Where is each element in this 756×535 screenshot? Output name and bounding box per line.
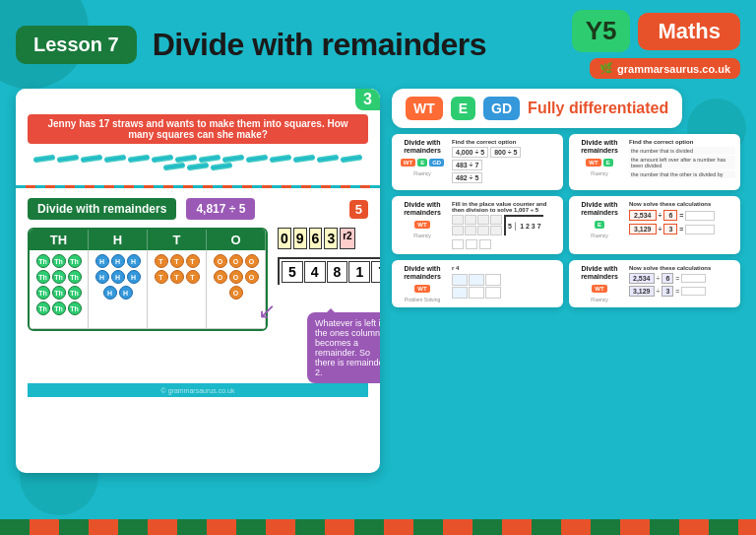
slide-5: Divide with remainders 4,817 ÷ 5 5 TH H … bbox=[16, 188, 380, 407]
counter: T bbox=[155, 270, 168, 284]
counter: H bbox=[111, 254, 125, 268]
slide-3: 3 Jenny has 17 straws and wants to make … bbox=[16, 89, 380, 185]
ws-4-badge-row: E bbox=[574, 221, 625, 229]
counter: O bbox=[214, 270, 227, 284]
straw bbox=[211, 162, 233, 170]
ws-2-left: Divide withremainders WT E Fluency bbox=[574, 139, 625, 176]
ws-3-cell bbox=[477, 215, 489, 225]
ws-2-badges: WT E Fluency bbox=[574, 159, 625, 176]
worksheet-card-2: Divide withremainders WT E Fluency Find … bbox=[569, 134, 740, 190]
counter: Th bbox=[36, 301, 50, 315]
counter: T bbox=[170, 270, 184, 284]
page-header: Lesson 7 Divide with remainders Y5 Maths… bbox=[0, 0, 756, 89]
ws-5-cell bbox=[452, 287, 468, 299]
grammarsaurus-logo: 🌿 grammarsaurus.co.uk bbox=[590, 58, 740, 79]
arrow-icon: ↙ bbox=[258, 299, 276, 324]
wt-badge: WT bbox=[406, 97, 443, 120]
straw bbox=[187, 162, 210, 170]
pv-header-h: H bbox=[89, 230, 148, 250]
ws-6-eq1: 2,534 ÷ 6 = bbox=[629, 273, 735, 284]
ws-3-cell bbox=[452, 226, 464, 235]
fully-differentiated-badge: WT E GD Fully differentiated bbox=[392, 89, 682, 128]
ws-6-eq1-s: = bbox=[675, 275, 679, 282]
ws-1-gd: GD bbox=[429, 159, 444, 167]
digit-4: 4 bbox=[304, 261, 326, 283]
grammarsaurus-icon: 🌿 bbox=[599, 62, 613, 75]
ws-3-cell bbox=[477, 226, 489, 235]
counter: O bbox=[245, 254, 259, 268]
ws-4-eq2-num: 3,129 bbox=[629, 224, 657, 234]
year-badge: Y5 bbox=[572, 10, 631, 52]
divisor: 5 bbox=[282, 261, 303, 283]
ws-6-div1: 6 bbox=[662, 273, 673, 284]
ws-4-eq2-answer bbox=[685, 225, 715, 234]
main-content: 3 Jenny has 17 straws and wants to make … bbox=[0, 89, 756, 483]
worksheet-grid: Divide withremainders WT E GD Fluency Fi… bbox=[392, 134, 740, 307]
straw bbox=[81, 154, 103, 163]
ws-3-cell bbox=[465, 215, 476, 225]
ws-4-eq2-eq: = bbox=[679, 226, 683, 233]
counter: Th bbox=[68, 254, 82, 268]
counter: H bbox=[127, 270, 141, 284]
ws-1-eq2: 800 ÷ 5 bbox=[490, 147, 521, 158]
ws-4-eq1-answer bbox=[685, 211, 715, 221]
straw bbox=[163, 162, 186, 170]
ws-6-op2: ÷ bbox=[657, 288, 661, 295]
ws-4-left: Divide withremainders E Fluency bbox=[574, 201, 625, 238]
speech-bubble-container: ↙ Whatever is left in the ones column be… bbox=[278, 308, 380, 383]
slide-3-number: 3 bbox=[355, 89, 380, 110]
long-div-row: 5 4 8 1 7 bbox=[278, 257, 380, 285]
grammarsaurus-text: grammarsaurus.co.uk bbox=[617, 63, 730, 75]
straw bbox=[317, 154, 340, 163]
worksheet-card-4: Divide withremainders E Fluency Now solv… bbox=[569, 196, 740, 254]
fully-differentiated-label: Fully differentiated bbox=[528, 100, 668, 117]
answer-digit-3: 3 bbox=[324, 228, 338, 249]
ws-4-title: Divide withremainders bbox=[574, 201, 625, 218]
ws-1-eq4: 482 ÷ 5 bbox=[452, 172, 482, 183]
ws-1-wt: WT bbox=[401, 159, 415, 167]
straw bbox=[104, 154, 127, 163]
ws-6-num2: 3,129 bbox=[629, 286, 655, 297]
answer-section: 0 9 6 3 r2 5 4 8 1 7 bbox=[278, 228, 380, 383]
straws-area bbox=[28, 150, 368, 175]
ws-6-instruction: Now solve these calculations bbox=[629, 265, 735, 271]
ws-2-title: Divide withremainders bbox=[574, 139, 625, 156]
straw bbox=[270, 154, 292, 163]
ws-5-cell bbox=[469, 287, 484, 299]
counter: T bbox=[155, 254, 168, 268]
ws-6-ans1 bbox=[681, 274, 706, 283]
straw bbox=[341, 154, 363, 163]
place-value-table: TH H T O Th Th Th Th T bbox=[28, 228, 268, 331]
slide-footer: © grammarsaurus.co.uk bbox=[28, 383, 368, 397]
ws-4-eq1-div: ÷ bbox=[659, 212, 662, 219]
ws-2-content: Find the correct option the number that … bbox=[629, 139, 735, 179]
ws-5-cell bbox=[452, 274, 468, 286]
e-badge: E bbox=[451, 97, 475, 120]
ws-5-cell bbox=[485, 274, 501, 286]
counter: Th bbox=[36, 286, 50, 300]
ws-1-eq-row2: 483 ÷ 7 bbox=[452, 160, 558, 170]
ws-3-wt: WT bbox=[414, 221, 429, 229]
ws-2-label: Fluency bbox=[574, 170, 625, 176]
ws-3-mini-grid bbox=[452, 215, 502, 235]
ws-3-ans-box bbox=[479, 239, 491, 249]
counter: O bbox=[245, 270, 259, 284]
ws-3-badges: WT Fluency bbox=[397, 221, 448, 238]
ws-5-instruction: r 4 bbox=[452, 265, 558, 271]
pv-header-t: T bbox=[148, 230, 207, 250]
ws-2-label-3: the number that the other is divided by bbox=[629, 170, 735, 178]
speech-bubble: Whatever is left in the ones column beco… bbox=[307, 312, 380, 383]
ws-3-content: Fill in the place value counter and then… bbox=[452, 201, 558, 249]
worksheet-card-3: Divide withremainders WT Fluency Fill in… bbox=[392, 196, 563, 254]
counter: H bbox=[95, 254, 109, 268]
answer-digit-6: 6 bbox=[309, 228, 323, 249]
ws-4-eq1-num: 2,534 bbox=[629, 210, 657, 221]
slide-preview-panel: 3 Jenny has 17 straws and wants to make … bbox=[16, 89, 380, 473]
counter: O bbox=[214, 254, 227, 268]
gd-badge: GD bbox=[483, 97, 520, 120]
ws-3-answer-boxes bbox=[452, 239, 558, 249]
ws-5-cell bbox=[485, 287, 501, 299]
ws-4-e: E bbox=[595, 221, 604, 229]
ws-4-instruction: Now solve these calculations bbox=[629, 201, 735, 207]
ws-4-badges: E Fluency bbox=[574, 221, 625, 238]
